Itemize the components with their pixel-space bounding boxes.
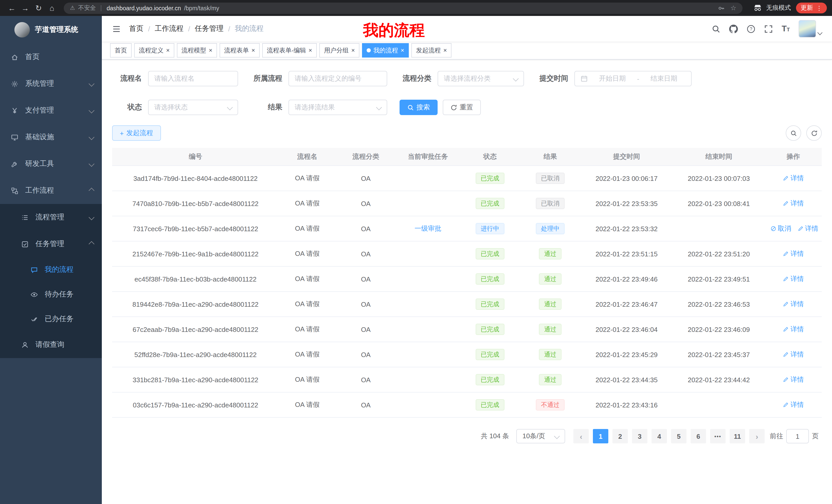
page-button-6[interactable]: 6: [691, 429, 706, 443]
divider: [101, 5, 102, 11]
browser-reload-icon[interactable]: ↻: [32, 3, 45, 12]
table-row: 3ad174fb-7b9d-11ec-8404-acde48001122OA 请…: [112, 166, 822, 191]
detail-link[interactable]: 详情: [783, 274, 804, 284]
tab-我的流程[interactable]: 我的流程×: [362, 43, 409, 58]
font-size-icon[interactable]: TT: [782, 24, 790, 33]
browser-home-icon[interactable]: ⌂: [45, 4, 59, 12]
status-select[interactable]: 请选择状态: [148, 100, 238, 115]
category-label: 流程分类: [399, 74, 432, 83]
sidebar-item-待办任务[interactable]: 待办任务: [0, 282, 102, 307]
cell-result: 已取消: [520, 173, 580, 184]
tab-label: 发起流程: [416, 46, 441, 55]
breadcrumb-item[interactable]: 工作流程: [155, 24, 184, 33]
search-button[interactable]: 搜索: [399, 100, 438, 115]
fullscreen-icon[interactable]: [764, 24, 773, 33]
browser-back-icon[interactable]: ←: [5, 4, 19, 12]
sidebar-item-支付管理[interactable]: 支付管理: [0, 97, 102, 124]
tab-发起流程[interactable]: 发起流程×: [411, 43, 451, 58]
tab-流程表单[interactable]: 流程表单×: [219, 43, 260, 58]
detail-link[interactable]: 详情: [783, 375, 804, 384]
page-size-select[interactable]: 10条/页: [516, 429, 565, 443]
cell-end-time: 2022-01-22 23:51:20: [673, 250, 765, 258]
cell-id: 67c2eaab-7b9a-11ec-a290-acde48001122: [112, 326, 279, 333]
help-icon[interactable]: ?: [747, 24, 755, 33]
breadcrumb-item[interactable]: 任务管理: [195, 24, 224, 33]
close-icon[interactable]: ×: [443, 47, 447, 53]
page-button-5[interactable]: 5: [671, 429, 686, 443]
close-icon[interactable]: ×: [166, 47, 170, 53]
saved-password-key-icon[interactable]: [718, 4, 725, 11]
process-name-input[interactable]: 请输入流程名: [148, 71, 238, 86]
tab-流程模型[interactable]: 流程模型×: [177, 43, 217, 58]
hamburger-icon[interactable]: [112, 24, 121, 33]
page-button-11[interactable]: 11: [730, 429, 745, 443]
search-icon[interactable]: [712, 24, 721, 33]
sidebar-item-工作流程[interactable]: 工作流程: [0, 177, 102, 204]
page-button-4[interactable]: 4: [651, 429, 667, 443]
bookmark-star-icon[interactable]: ☆: [730, 4, 736, 12]
detail-link[interactable]: 详情: [783, 300, 804, 309]
detail-link[interactable]: 详情: [783, 249, 804, 258]
result-select[interactable]: 请选择流结果: [288, 100, 387, 115]
top-navbar: 首页/工作流程/任务管理/我的流程 我的流程 ? TT: [102, 16, 832, 41]
cancel-link[interactable]: 取消: [770, 224, 791, 233]
detail-link[interactable]: 详情: [797, 224, 818, 233]
page-button-2[interactable]: 2: [613, 429, 628, 443]
close-icon[interactable]: ×: [309, 47, 312, 53]
menu-dots-icon[interactable]: ⋮: [816, 4, 822, 11]
cell-category: OA: [336, 300, 396, 308]
tab-流程定义[interactable]: 流程定义×: [134, 43, 174, 58]
cell-actions: 取消详情: [765, 224, 822, 233]
sidebar-item-我的流程[interactable]: 我的流程: [0, 257, 102, 282]
sidebar-item-研发工具[interactable]: 研发工具: [0, 150, 102, 177]
prev-page-button[interactable]: ‹: [573, 429, 589, 443]
browser-forward-icon[interactable]: →: [19, 4, 32, 12]
sidebar: 芋道管理系统 首页系统管理支付管理基础设施研发工具工作流程流程管理任务管理我的流…: [0, 16, 102, 504]
goto-page-input[interactable]: 1: [786, 429, 809, 443]
category-select[interactable]: 请选择流程分类: [438, 71, 524, 86]
submit-time-range-input[interactable]: 开始日期 - 结束日期: [574, 71, 692, 86]
tab-首页[interactable]: 首页: [110, 43, 132, 58]
detail-link[interactable]: 详情: [783, 174, 804, 183]
sidebar-item-首页[interactable]: 首页: [0, 44, 102, 71]
refresh-table-button[interactable]: [806, 125, 822, 141]
sidebar-item-流程管理[interactable]: 流程管理: [0, 204, 102, 231]
task-link[interactable]: 一级审批: [414, 224, 441, 233]
github-icon[interactable]: [729, 24, 738, 33]
user-avatar[interactable]: [799, 20, 822, 37]
process-def-input[interactable]: 请输入流程定义的编号: [288, 71, 387, 86]
sidebar-item-请假查询[interactable]: 请假查询: [0, 331, 102, 358]
page-button-3[interactable]: 3: [632, 429, 647, 443]
tab-用户分组[interactable]: 用户分组×: [319, 43, 359, 58]
next-page-button[interactable]: ›: [749, 429, 765, 443]
tab-流程表单-编辑[interactable]: 流程表单-编辑×: [262, 43, 317, 58]
toggle-search-button[interactable]: [786, 125, 801, 141]
placeholder: 请选择流结果: [295, 103, 335, 112]
sidebar-item-基础设施[interactable]: 基础设施: [0, 124, 102, 150]
sidebar-item-已办任务[interactable]: 已办任务: [0, 307, 102, 331]
detail-link[interactable]: 详情: [783, 199, 804, 208]
detail-link[interactable]: 详情: [783, 325, 804, 334]
cell-category: OA: [336, 326, 396, 333]
detail-link[interactable]: 详情: [783, 400, 804, 410]
column-header: 编号: [112, 152, 279, 161]
result-badge: 通过: [539, 324, 562, 335]
breadcrumb-item[interactable]: 首页: [129, 24, 144, 33]
close-icon[interactable]: ×: [400, 47, 404, 53]
close-icon[interactable]: ×: [351, 47, 355, 53]
sidebar-item-任务管理[interactable]: 任务管理: [0, 231, 102, 257]
table-row: 03c6c157-7b9a-11ec-a290-acde48001122OA 请…: [112, 393, 822, 418]
logo[interactable]: 芋道管理系统: [0, 16, 102, 44]
address-bar[interactable]: ⚠ 不安全 dashboard.yudao.iocoder.cn /bpm/ta…: [64, 2, 743, 13]
cell-id: ec45f38f-7b9a-11ec-b03b-acde48001122: [112, 275, 279, 283]
start-process-button[interactable]: + 发起流程: [112, 125, 161, 141]
browser-update-button[interactable]: 更新 ⋮: [796, 3, 827, 13]
incognito-badge[interactable]: 无痕模式: [753, 3, 791, 13]
detail-link[interactable]: 详情: [783, 350, 804, 359]
more-pages-button[interactable]: •••: [710, 429, 726, 443]
close-icon[interactable]: ×: [252, 47, 255, 53]
reset-button[interactable]: 重置: [443, 100, 481, 115]
page-button-1[interactable]: 1: [593, 429, 608, 443]
close-icon[interactable]: ×: [209, 47, 212, 53]
sidebar-item-系统管理[interactable]: 系统管理: [0, 71, 102, 97]
